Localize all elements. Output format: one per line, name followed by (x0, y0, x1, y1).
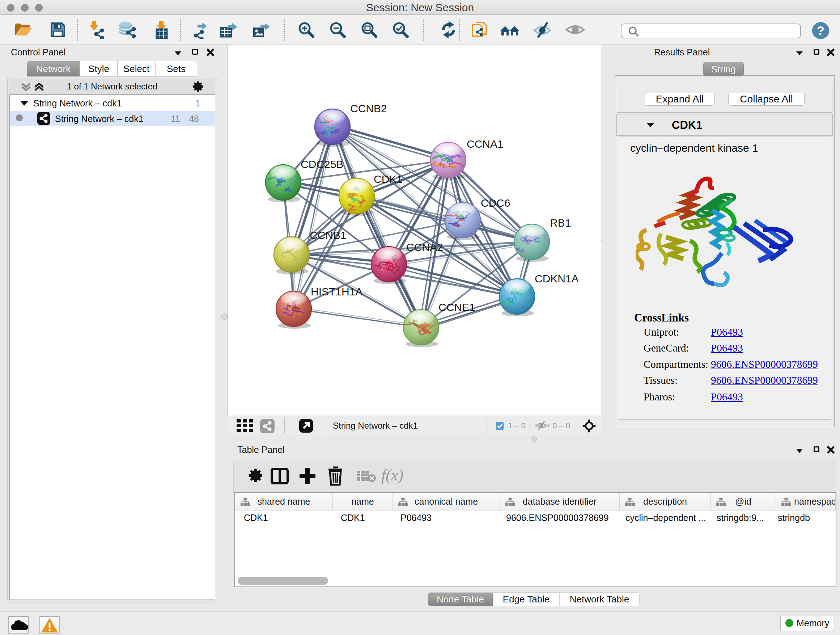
svg-text:CDKN1A: CDKN1A (535, 272, 579, 285)
svg-text:CCNB2: CCNB2 (350, 103, 387, 114)
svg-text:CCNA2: CCNA2 (406, 241, 443, 253)
svg-text:CDC6: CDC6 (481, 197, 510, 209)
svg-text:HIST1H1A: HIST1H1A (311, 286, 363, 298)
svg-text:CDC25B: CDC25B (301, 158, 343, 170)
svg-text:CCNA1: CCNA1 (467, 138, 504, 150)
svg-text:CCNE1: CCNE1 (439, 301, 475, 313)
svg-text:CDK1: CDK1 (374, 173, 403, 185)
svg-text:RB1: RB1 (550, 217, 571, 229)
svg-text:CCNB1: CCNB1 (309, 229, 347, 241)
